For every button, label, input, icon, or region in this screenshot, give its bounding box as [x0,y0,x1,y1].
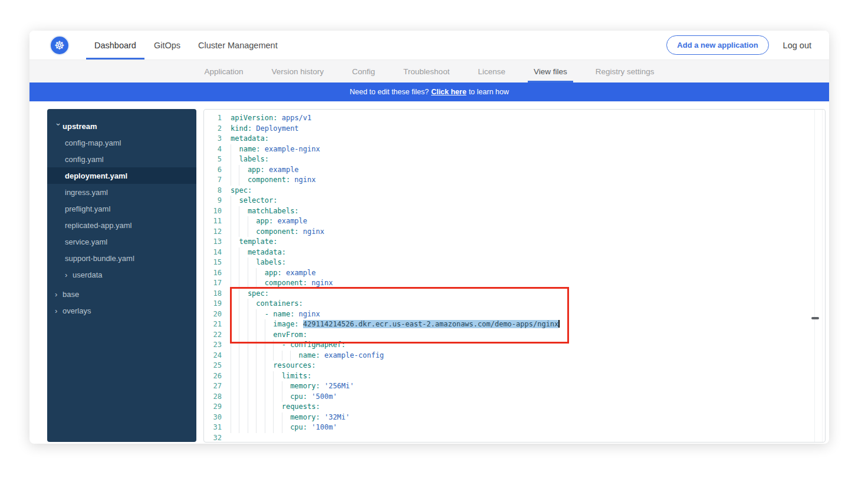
sidebar-item-service-yaml[interactable]: service.yaml [47,233,196,250]
chevron-down-icon: › [54,123,63,131]
tab-version-history[interactable]: Version history [272,60,324,82]
sidebar-item-label: config.yaml [65,155,104,164]
code-line: 24name: example-config [204,351,825,361]
code-line: 25resources: [204,361,825,371]
code-line: 13template: [204,237,825,247]
code-line: 3metadata: [204,134,825,144]
file-tree: ›upstreamconfig-map.yamlconfig.yamldeplo… [47,109,196,442]
line-number: 20 [204,309,222,320]
kubernetes-helm-icon: ☸ [54,39,65,51]
code-line: 29requests: [204,402,825,412]
line-number: 26 [204,371,222,382]
editor-scrollbar-thumb[interactable] [811,317,819,319]
app-window: ☸ DashboardGitOpsCluster Management Add … [29,31,829,444]
sidebar-item-replicated-app-yaml[interactable]: replicated-app.yaml [47,217,196,233]
add-application-button[interactable]: Add a new application [666,35,768,55]
code-line: 7component: nginx [204,175,825,186]
sidebar-item-label: userdata [73,270,103,279]
line-number: 28 [204,392,222,402]
sidebar-item-label: overlays [63,306,91,315]
sidebar-item-label: replicated-app.yaml [65,221,131,230]
line-number: 8 [204,186,222,196]
code-line: 2kind: Deployment [204,124,825,134]
banner-text-before: Need to edit these files? [350,88,429,96]
code-line: 19containers: [204,299,825,309]
code-line: 6app: example [204,165,825,176]
line-number: 29 [204,402,222,412]
line-number: 6 [204,165,222,176]
logout-button[interactable]: Log out [783,41,811,50]
sidebar-item-upstream[interactable]: ›upstream [47,118,196,134]
sidebar-item-support-bundle-yaml[interactable]: support-bundle.yaml [47,250,196,266]
tab-config[interactable]: Config [352,60,375,82]
sidebar-item-label: deployment.yaml [65,171,127,180]
code-line: 4name: example-nginx [204,144,825,155]
line-number: 13 [204,237,222,247]
line-number: 31 [204,422,222,433]
code-line: 17component: nginx [204,278,825,289]
sidebar-item-label: support-bundle.yaml [65,254,134,263]
tab-registry-settings[interactable]: Registry settings [596,60,655,82]
nav-tab-gitops[interactable]: GitOps [154,31,180,60]
sidebar-item-label: base [63,290,79,299]
line-number: 3 [204,134,222,144]
code-line: 30memory: '32Mi' [204,412,825,423]
kubernetes-logo[interactable]: ☸ [51,37,68,54]
code-line: 28cpu: '500m' [204,392,825,402]
tab-license[interactable]: License [478,60,505,82]
code-line: 11app: example [204,216,825,227]
code-editor[interactable]: 1apiVersion: apps/v12kind: Deployment3me… [203,109,826,443]
line-number: 2 [204,124,222,134]
tab-view-files[interactable]: View files [534,60,567,82]
sidebar-item-ingress-yaml[interactable]: ingress.yaml [47,184,196,200]
banner-text-after: to learn how [469,88,509,96]
sidebar-item-preflight-yaml[interactable]: preflight.yaml [47,200,196,217]
nav-tab-cluster-management[interactable]: Cluster Management [198,31,278,60]
line-number: 5 [204,154,222,165]
sidebar-item-deployment-yaml[interactable]: deployment.yaml [47,167,196,184]
chevron-right-icon: › [55,306,63,315]
line-number: 14 [204,247,222,258]
sidebar-item-overlays[interactable]: ›overlays [47,302,196,319]
line-number: 32 [204,433,222,443]
secondary-nav: ApplicationVersion historyConfigTroubles… [29,60,829,82]
chevron-right-icon: › [65,270,73,279]
code-line: 18spec: [204,289,825,299]
code-line: 1apiVersion: apps/v1 [204,113,825,124]
line-number: 27 [204,381,222,392]
edit-files-banner: Need to edit these files? Click here to … [29,82,829,101]
code-line: 10matchLabels: [204,206,825,217]
sidebar-item-userdata[interactable]: ›userdata [47,266,196,283]
sidebar-item-config-map-yaml[interactable]: config-map.yaml [47,134,196,151]
line-number: 24 [204,351,222,361]
line-number: 7 [204,175,222,186]
code-line: 20- name: nginx [204,309,825,320]
line-number: 18 [204,289,222,299]
code-line: 21image: 429114214526.dkr.ecr.us-east-2.… [204,319,825,330]
sidebar-item-label: service.yaml [65,237,107,246]
line-number: 16 [204,268,222,279]
sidebar-item-label: config-map.yaml [65,138,121,147]
banner-click-here-link[interactable]: Click here [431,88,466,96]
code-line: 12component: nginx [204,227,825,237]
line-number: 15 [204,257,222,268]
code-line: 14metadata: [204,247,825,258]
line-number: 30 [204,412,222,423]
sidebar-item-base[interactable]: ›base [47,286,196,302]
sidebar-item-label: preflight.yaml [65,204,110,213]
editor-scrollbar-track [814,110,823,442]
tab-application[interactable]: Application [204,60,243,82]
primary-nav: DashboardGitOpsCluster Management [94,31,278,60]
line-number: 4 [204,144,222,155]
sidebar-item-config-yaml[interactable]: config.yaml [47,151,196,167]
code-line: 8spec: [204,186,825,196]
code-line: 9selector: [204,196,825,206]
line-number: 11 [204,216,222,227]
line-number: 21 [204,319,222,330]
text-cursor [558,320,560,328]
code-area: 1apiVersion: apps/v12kind: Deployment3me… [204,113,825,443]
chevron-right-icon: › [55,290,63,299]
line-number: 19 [204,299,222,309]
nav-tab-dashboard[interactable]: Dashboard [94,31,136,60]
tab-troubleshoot[interactable]: Troubleshoot [403,60,449,82]
